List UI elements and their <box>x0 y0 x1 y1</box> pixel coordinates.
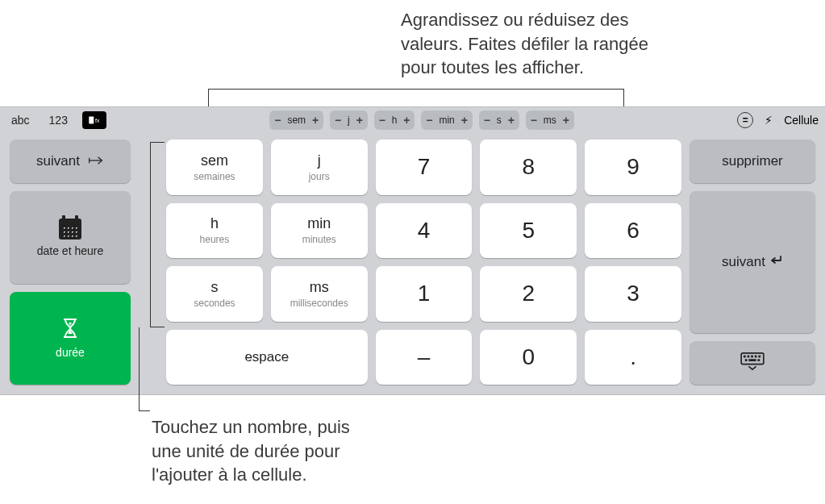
hourglass-icon <box>61 318 79 341</box>
mode-abc[interactable]: abc <box>6 112 35 128</box>
svg-rect-7 <box>748 355 750 357</box>
equals-icon[interactable]: = <box>737 112 753 128</box>
space-key[interactable]: espace <box>166 330 368 385</box>
numpad-3[interactable]: 3 <box>585 266 681 322</box>
next-label: suivant <box>36 153 80 169</box>
unit-sem[interactable]: semsemaines <box>166 140 263 195</box>
callout-tick-bottom <box>139 327 150 411</box>
stepper-s[interactable]: −s+ <box>479 110 519 130</box>
numpad-8[interactable]: 8 <box>480 140 577 195</box>
svg-rect-13 <box>757 359 760 361</box>
stepper-sem[interactable]: −sem+ <box>269 110 323 130</box>
numpad-1[interactable]: 1 <box>376 266 473 322</box>
stepper-j[interactable]: −j+ <box>330 110 368 130</box>
numpad-dot[interactable]: . <box>585 330 681 385</box>
arrow-right-icon <box>85 153 104 169</box>
next-button[interactable]: suivant <box>10 140 131 183</box>
unit-s[interactable]: ssecondes <box>166 266 263 322</box>
svg-rect-11 <box>745 359 748 361</box>
unit-j[interactable]: jjours <box>271 140 368 195</box>
svg-rect-1 <box>89 117 94 124</box>
duration-keyboard: abc 123 fx −sem+ −j+ −h+ −min+ −s+ −ms+ … <box>0 106 825 395</box>
keyboard-icon <box>740 352 765 375</box>
numpad-minus[interactable]: – <box>376 330 473 385</box>
keyboard-topbar: abc 123 fx −sem+ −j+ −h+ −min+ −s+ −ms+ … <box>0 107 825 133</box>
numpad-6[interactable]: 6 <box>585 203 681 259</box>
numpad-9[interactable]: 9 <box>585 140 681 195</box>
callout-bottom: Touchez un nombre, puis une unité de dur… <box>152 415 350 487</box>
bolt-icon: ⚡︎ <box>765 114 773 127</box>
date-time-label: date et heure <box>37 244 104 257</box>
svg-rect-10 <box>758 355 760 357</box>
svg-rect-8 <box>751 355 753 357</box>
cellule-label[interactable]: Cellule <box>784 114 819 127</box>
svg-rect-5 <box>741 352 764 364</box>
duration-label: durée <box>56 346 85 359</box>
svg-rect-9 <box>755 355 757 357</box>
callout-top: Agrandissez ou réduisez des valeurs. Fai… <box>401 8 648 80</box>
calendar-icon <box>59 219 81 240</box>
unit-ms[interactable]: msmillisecondes <box>271 266 368 322</box>
numpad-4[interactable]: 4 <box>376 203 473 259</box>
unit-h[interactable]: hheures <box>166 203 263 259</box>
date-time-mode[interactable]: date et heure <box>10 191 131 284</box>
stepper-min[interactable]: −min+ <box>421 110 472 130</box>
duration-mode[interactable]: durée <box>10 292 131 385</box>
numpad-2[interactable]: 2 <box>480 266 577 322</box>
stepper-row[interactable]: −sem+ −j+ −h+ −min+ −s+ −ms+ <box>179 110 665 130</box>
dismiss-keyboard-button[interactable] <box>690 341 815 385</box>
mode-123[interactable]: 123 <box>44 112 73 128</box>
callout-bracket-left <box>150 142 165 327</box>
numpad-7[interactable]: 7 <box>376 140 473 195</box>
unit-min[interactable]: minminutes <box>271 203 368 259</box>
delete-button[interactable]: supprimer <box>690 140 815 183</box>
callout-bracket-top <box>208 89 624 106</box>
svg-text:fx: fx <box>95 118 100 123</box>
return-next-button[interactable]: suivant <box>690 191 815 333</box>
stepper-h[interactable]: −h+ <box>374 110 415 130</box>
stepper-ms[interactable]: −ms+ <box>526 110 574 130</box>
svg-rect-6 <box>744 355 746 357</box>
numpad-0[interactable]: 0 <box>480 330 577 385</box>
numpad-5[interactable]: 5 <box>480 203 577 259</box>
return-next-label: suivant <box>722 254 765 270</box>
svg-rect-12 <box>748 359 756 361</box>
return-icon <box>765 254 783 270</box>
formula-mode-icon[interactable]: fx <box>82 111 106 129</box>
